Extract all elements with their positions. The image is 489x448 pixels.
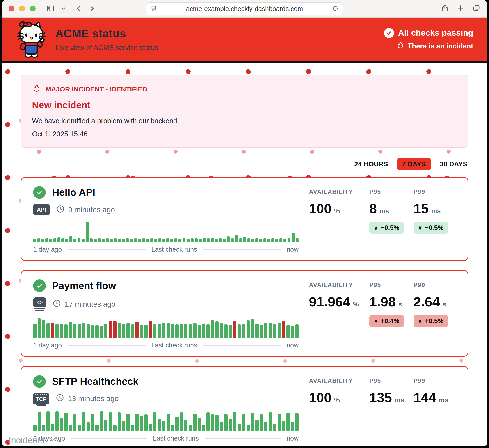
check-run-bar[interactable] — [33, 425, 37, 431]
minimize-window-button[interactable] — [19, 6, 25, 11]
check-run-bar[interactable] — [106, 238, 109, 242]
check-run-bar[interactable] — [184, 420, 187, 431]
check-run-bar[interactable] — [78, 425, 81, 431]
back-button-icon[interactable] — [75, 5, 82, 12]
check-run-bar[interactable] — [198, 418, 201, 431]
time-range-option-7d[interactable]: 7 DAYS — [397, 158, 431, 170]
check-run-bar[interactable] — [140, 415, 143, 431]
check-run-bar[interactable] — [246, 320, 250, 338]
check-run-bar[interactable] — [189, 425, 192, 431]
check-run-bar[interactable] — [279, 238, 282, 242]
reload-icon[interactable] — [332, 5, 339, 13]
check-run-bar[interactable] — [95, 425, 99, 431]
check-run-bar[interactable] — [251, 413, 254, 431]
check-run-bar[interactable] — [153, 324, 156, 338]
check-run-bar[interactable] — [251, 239, 254, 242]
check-run-bar[interactable] — [264, 422, 268, 431]
check-run-bar[interactable] — [140, 325, 143, 338]
check-run-bar[interactable] — [138, 239, 141, 242]
check-run-bar[interactable] — [158, 238, 161, 242]
check-run-bar[interactable] — [157, 419, 161, 431]
check-run-bar[interactable] — [42, 425, 45, 431]
check-run-bar[interactable] — [211, 415, 214, 431]
check-run-bar[interactable] — [110, 239, 113, 242]
check-run-bar[interactable] — [260, 325, 263, 338]
sidebar-chevron-icon[interactable] — [60, 6, 66, 11]
check-run-bar[interactable] — [131, 324, 134, 338]
check-run-bar[interactable] — [49, 239, 52, 242]
check-run-bar[interactable] — [42, 320, 45, 338]
check-run-bar[interactable] — [263, 238, 266, 242]
check-run-bar[interactable] — [90, 238, 93, 242]
check-run-bar[interactable] — [41, 239, 44, 242]
check-run-bar[interactable] — [203, 238, 206, 242]
time-range-option-30d[interactable]: 30 DAYS — [440, 160, 467, 168]
check-run-bar[interactable] — [199, 239, 202, 242]
check-run-bar[interactable] — [170, 239, 173, 242]
check-run-bar[interactable] — [269, 323, 272, 338]
check-run-bar[interactable] — [278, 323, 281, 338]
check-run-bar[interactable] — [100, 411, 103, 431]
check-run-bar[interactable] — [154, 239, 157, 242]
check-run-bar[interactable] — [126, 323, 130, 338]
check-run-bar[interactable] — [146, 239, 149, 242]
check-run-bar[interactable] — [87, 324, 90, 338]
check-run-bar[interactable] — [223, 239, 226, 242]
check-run-bar[interactable] — [286, 413, 290, 431]
check-run-bar[interactable] — [73, 239, 76, 242]
check-run-bar[interactable] — [175, 417, 179, 431]
check-run-bar[interactable] — [202, 425, 205, 431]
check-run-bar[interactable] — [113, 321, 116, 338]
check-run-bar[interactable] — [282, 321, 285, 338]
check-run-bar[interactable] — [51, 424, 54, 431]
check-run-bar[interactable] — [149, 424, 152, 431]
check-run-bar[interactable] — [191, 238, 194, 242]
check-run-bar[interactable] — [195, 238, 198, 242]
check-run-bar[interactable] — [37, 238, 40, 242]
check-run-bar[interactable] — [286, 325, 290, 338]
address-bar[interactable]: acme-example.checkly-dashboards.com — [146, 2, 343, 15]
share-icon[interactable] — [441, 4, 449, 13]
check-run-bar[interactable] — [227, 236, 230, 242]
check-run-bar[interactable] — [104, 324, 108, 338]
check-run-bar[interactable] — [175, 324, 179, 338]
check-run-bar[interactable] — [284, 239, 286, 242]
check-run-bar[interactable] — [282, 421, 285, 431]
check-run-bar[interactable] — [171, 324, 174, 338]
check-run-bar[interactable] — [215, 415, 219, 431]
reader-icon[interactable] — [150, 5, 157, 13]
check-run-bar[interactable] — [109, 412, 112, 431]
check-run-bar[interactable] — [122, 324, 125, 338]
check-run-bar[interactable] — [91, 414, 94, 431]
check-run-bar[interactable] — [82, 412, 85, 431]
check-run-bar[interactable] — [163, 239, 165, 242]
check-run-bar[interactable] — [180, 412, 183, 431]
check-run-bar[interactable] — [211, 320, 214, 338]
check-run-bar[interactable] — [295, 324, 299, 338]
check-run-bar[interactable] — [150, 238, 153, 242]
check-run-bar[interactable] — [45, 238, 48, 242]
check-run-bar[interactable] — [174, 238, 177, 242]
check-run-bar[interactable] — [269, 412, 272, 431]
check-run-bar[interactable] — [171, 425, 174, 431]
check-run-bar[interactable] — [198, 325, 201, 338]
check-run-bar[interactable] — [114, 238, 117, 242]
check-run-bar[interactable] — [144, 415, 148, 431]
check-run-bar[interactable] — [60, 418, 63, 431]
forward-button-icon[interactable] — [88, 5, 96, 12]
check-run-bar[interactable] — [56, 411, 59, 431]
check-run-bar[interactable] — [64, 324, 68, 338]
check-run-bar[interactable] — [255, 238, 258, 242]
tab-overview-icon[interactable] — [472, 4, 481, 13]
check-run-bar[interactable] — [38, 318, 41, 338]
check-run-bar[interactable] — [118, 239, 121, 242]
check-run-bar[interactable] — [259, 239, 262, 242]
check-run-bar[interactable] — [260, 415, 263, 431]
check-run-bar[interactable] — [149, 321, 152, 338]
check-run-bar[interactable] — [46, 411, 50, 431]
check-run-bar[interactable] — [38, 412, 41, 431]
check-run-bar[interactable] — [295, 413, 299, 431]
check-run-bar[interactable] — [193, 323, 196, 338]
check-run-bar[interactable] — [102, 239, 105, 242]
check-run-bar[interactable] — [220, 323, 223, 338]
